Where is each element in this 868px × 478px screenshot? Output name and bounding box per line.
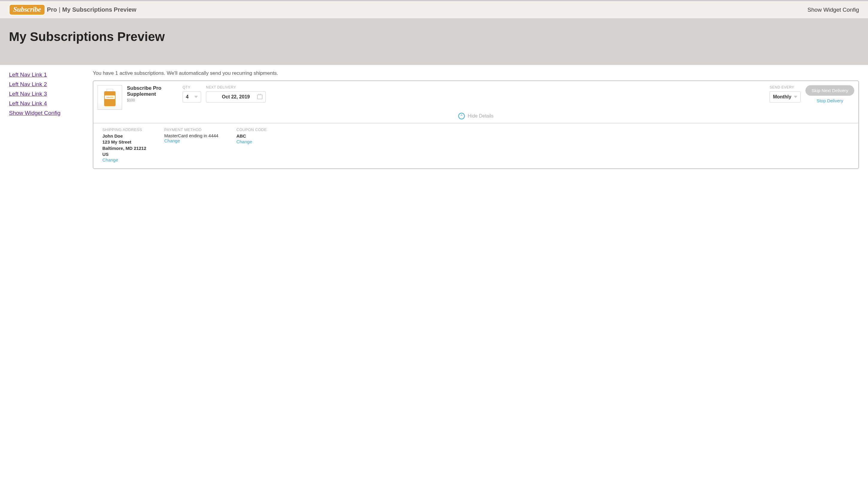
main: You have 1 active subscriptions. We'll a… <box>93 70 859 169</box>
breadcrumb-separator: | <box>59 6 60 13</box>
shipping-change-link[interactable]: Change <box>102 157 146 162</box>
chevron-down-icon <box>794 96 797 98</box>
send-every-label: SEND EVERY <box>770 85 801 90</box>
nav-link-1[interactable]: Left Nav Link 1 <box>9 71 84 78</box>
pro-label: Pro <box>47 6 57 13</box>
coupon-value: ABC <box>237 133 267 139</box>
next-delivery-label: NEXT DELIVERY <box>206 85 266 90</box>
hero: My Subscriptions Preview <box>0 18 868 65</box>
product-image: Subscribe <box>98 85 122 110</box>
logo-badge: Subscribe <box>9 4 45 15</box>
calendar-icon <box>257 95 262 99</box>
nav-link-2[interactable]: Left Nav Link 2 <box>9 81 84 88</box>
chevron-up-icon: ⌃ <box>458 113 465 119</box>
skip-next-delivery-button[interactable]: Skip Next Delivery <box>805 85 854 96</box>
intro-text: You have 1 active subscriptions. We'll a… <box>93 70 859 76</box>
coupon-column: COUPON CODE ABC Change <box>237 127 267 162</box>
shipping-name: John Doe <box>102 133 146 139</box>
stop-delivery-link[interactable]: Stop Delivery <box>816 98 843 103</box>
payment-value: MasterCard ending in 4444 <box>164 133 218 138</box>
bottle-label: Subscribe <box>105 95 115 99</box>
qty-value: 4 <box>186 94 189 100</box>
toggle-details[interactable]: ⌃ Hide Details <box>93 111 859 123</box>
shipping-heading: SHIPPING ADDRESS <box>102 127 146 132</box>
breadcrumb-text: My Subscriptions Preview <box>62 6 136 13</box>
nav-show-widget-config[interactable]: Show Widget Config <box>9 110 84 116</box>
qty-label: QTY <box>183 85 201 90</box>
chevron-down-icon <box>194 96 198 98</box>
payment-change-link[interactable]: Change <box>164 138 218 143</box>
toggle-details-label: Hide Details <box>468 114 494 119</box>
frequency-value: Monthly <box>773 94 791 100</box>
next-delivery-picker[interactable]: Oct 22, 2019 <box>206 91 266 103</box>
top-bar: Subscribe Pro | My Subscriptions Preview… <box>0 0 868 18</box>
nav-link-4[interactable]: Left Nav Link 4 <box>9 100 84 107</box>
frequency-select[interactable]: Monthly <box>770 91 801 103</box>
show-widget-config-link[interactable]: Show Widget Config <box>808 7 859 13</box>
coupon-change-link[interactable]: Change <box>237 139 267 144</box>
details-panel: SHIPPING ADDRESS John Doe 123 My Street … <box>93 123 859 168</box>
product-name: Subscribe Pro Supplement <box>127 85 178 97</box>
next-delivery-value: Oct 22, 2019 <box>222 94 250 100</box>
payment-column: PAYMENT METHOD MasterCard ending in 4444… <box>164 127 218 162</box>
subscription-card: Subscribe Subscribe Pro Supplement $100 … <box>93 81 859 169</box>
page-title: My Subscriptions Preview <box>9 30 859 44</box>
sidebar: Left Nav Link 1 Left Nav Link 2 Left Nav… <box>9 70 84 169</box>
shipping-line2: Baltimore, MD 21212 <box>102 146 146 151</box>
payment-heading: PAYMENT METHOD <box>164 127 218 132</box>
shipping-country: US <box>102 151 146 157</box>
qty-select[interactable]: 4 <box>183 91 201 103</box>
coupon-heading: COUPON CODE <box>237 127 267 132</box>
shipping-line1: 123 My Street <box>102 139 146 145</box>
shipping-column: SHIPPING ADDRESS John Doe 123 My Street … <box>102 127 146 162</box>
product-price: $100 <box>127 98 178 102</box>
nav-link-3[interactable]: Left Nav Link 3 <box>9 91 84 97</box>
top-left: Subscribe Pro | My Subscriptions Preview <box>9 4 136 15</box>
